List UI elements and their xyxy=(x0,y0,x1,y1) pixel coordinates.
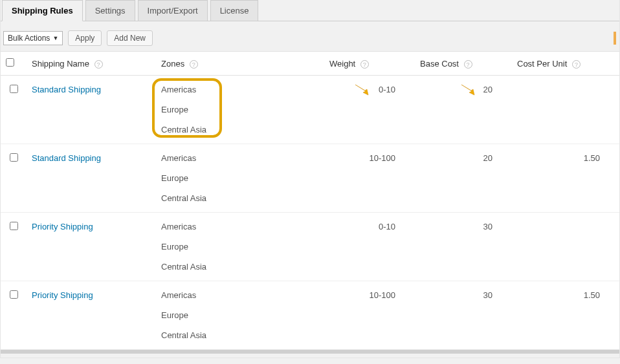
actions-bar: Bulk Actions ▼ Apply Add New xyxy=(1,21,619,51)
weight-value: 0-10 xyxy=(379,85,395,94)
shipping-rules-table: Shipping Name ? Zones ? Weight ? Base Co… xyxy=(1,51,619,350)
zone-value: Europe xyxy=(161,173,319,183)
col-header-weight[interactable]: Weight ? xyxy=(324,52,415,76)
row-checkbox[interactable] xyxy=(10,222,18,230)
tab-import-export[interactable]: Import/Export xyxy=(138,0,208,21)
col-header-base[interactable]: Base Cost ? xyxy=(415,52,512,76)
row-checkbox[interactable] xyxy=(10,290,18,299)
cost-per-unit-value: 1.50 xyxy=(584,290,600,300)
indicator-bar xyxy=(614,32,616,45)
tab-settings[interactable]: Settings xyxy=(85,0,135,21)
row-checkbox[interactable] xyxy=(10,153,18,162)
zone-value: Central Asia xyxy=(161,330,319,340)
zone-value: Central Asia xyxy=(161,125,319,134)
shipping-name-link[interactable]: Standard Shipping xyxy=(32,85,101,94)
help-icon[interactable]: ? xyxy=(572,60,581,69)
weight-value: 10-100 xyxy=(370,153,395,163)
zone-value: Americas xyxy=(161,85,319,94)
select-all-checkbox[interactable] xyxy=(6,58,14,67)
base-cost-value: 20 xyxy=(483,153,493,163)
horizontal-scrollbar[interactable] xyxy=(1,350,619,354)
help-icon[interactable]: ? xyxy=(94,60,103,69)
help-icon[interactable]: ? xyxy=(464,60,472,69)
shipping-name-link[interactable]: Standard Shipping xyxy=(32,153,101,163)
col-header-unit[interactable]: Cost Per Unit ? xyxy=(512,52,619,76)
zone-value: Europe xyxy=(161,310,319,320)
help-icon[interactable]: ? xyxy=(190,60,198,69)
base-cost-value: 20 xyxy=(483,85,493,94)
help-icon[interactable]: ? xyxy=(360,60,369,69)
cost-per-unit-value: 1.50 xyxy=(584,153,600,163)
col-header-zones[interactable]: Zones ? xyxy=(156,52,324,76)
apply-button[interactable]: Apply xyxy=(68,30,102,46)
weight-value: 0-10 xyxy=(379,222,395,231)
bulk-actions-label: Bulk Actions xyxy=(8,34,50,43)
table-row: Priority ShippingAmericasEuropeCentral A… xyxy=(1,281,619,350)
zone-value: Central Asia xyxy=(161,262,319,272)
weight-value: 10-100 xyxy=(370,290,395,300)
add-new-button[interactable]: Add New xyxy=(107,30,153,46)
bulk-actions-select[interactable]: Bulk Actions ▼ xyxy=(3,31,63,45)
select-all-header xyxy=(1,52,27,76)
zone-value: Europe xyxy=(161,105,319,114)
shipping-name-link[interactable]: Priority Shipping xyxy=(32,290,93,300)
tab-license[interactable]: License xyxy=(210,0,259,21)
shipping-name-link[interactable]: Priority Shipping xyxy=(32,222,93,231)
base-cost-value: 30 xyxy=(483,222,493,231)
col-header-name[interactable]: Shipping Name ? xyxy=(27,52,156,76)
zone-value: Americas xyxy=(161,153,319,163)
zone-value: Americas xyxy=(161,222,319,231)
chevron-down-icon: ▼ xyxy=(52,35,58,41)
table-row: Standard ShippingAmericasEuropeCentral A… xyxy=(1,76,619,144)
page-tabs: Shipping RulesSettingsImport/ExportLicen… xyxy=(1,0,619,21)
table-row: Priority ShippingAmericasEuropeCentral A… xyxy=(1,213,619,281)
annotation-arrow-icon xyxy=(460,82,478,96)
row-checkbox[interactable] xyxy=(10,85,18,93)
tab-shipping-rules[interactable]: Shipping Rules xyxy=(2,0,83,21)
table-row: Standard ShippingAmericasEuropeCentral A… xyxy=(1,144,619,213)
zone-value: Americas xyxy=(161,290,319,300)
zone-value: Central Asia xyxy=(161,193,319,203)
zone-value: Europe xyxy=(161,242,319,252)
table-header-row: Shipping Name ? Zones ? Weight ? Base Co… xyxy=(1,52,619,76)
base-cost-value: 30 xyxy=(483,290,493,300)
annotation-arrow-icon xyxy=(354,82,372,96)
